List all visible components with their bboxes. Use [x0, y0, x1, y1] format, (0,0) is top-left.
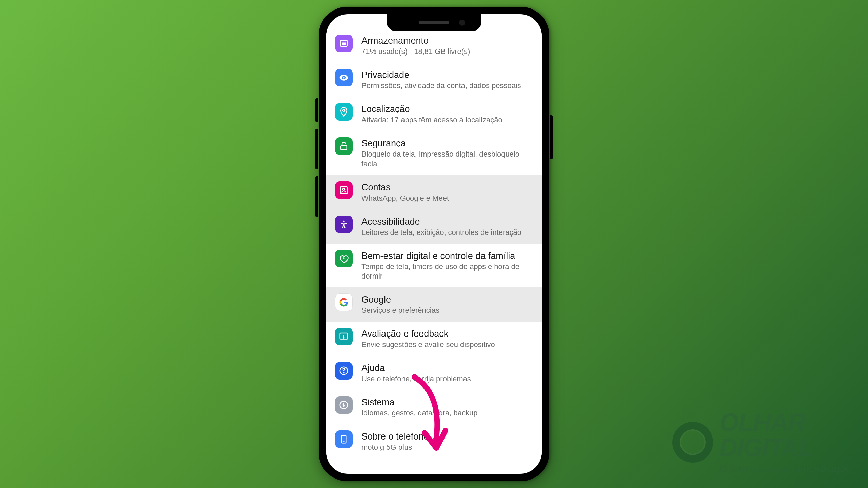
setting-item-security[interactable]: Segurança Bloqueio da tela, impressão di…	[326, 131, 542, 175]
setting-title: Ajuda	[361, 363, 533, 373]
setting-item-help[interactable]: Ajuda Use o telefone, corrija problemas	[326, 356, 542, 390]
setting-subtitle: Use o telefone, corrija problemas	[361, 374, 533, 384]
location-icon	[335, 103, 353, 121]
setting-item-text: Sistema Idiomas, gestos, data/hora, back…	[361, 396, 533, 418]
wellbeing-icon	[335, 250, 353, 267]
setting-title: Privacidade	[361, 69, 533, 80]
setting-item-text: Localização Ativada: 17 apps têm acesso …	[361, 103, 533, 125]
setting-title: Segurança	[361, 138, 533, 149]
setting-item-location[interactable]: Localização Ativada: 17 apps têm acesso …	[326, 97, 542, 131]
svg-point-14	[343, 372, 344, 373]
security-icon	[335, 137, 353, 155]
setting-subtitle: WhatsApp, Google e Meet	[361, 194, 533, 203]
brand-logo-circle	[672, 422, 713, 463]
speaker-grille	[419, 21, 449, 24]
settings-list[interactable]: Armazenamento 71% usado(s) - 18,81 GB li…	[326, 14, 542, 474]
system-icon	[335, 396, 353, 414]
setting-title: Contas	[361, 182, 533, 193]
accounts-icon	[335, 181, 353, 199]
setting-subtitle: Leitores de tela, exibição, controles de…	[361, 228, 533, 238]
phone-frame: Armazenamento 71% usado(s) - 18,81 GB li…	[319, 7, 549, 481]
setting-title: Localização	[361, 104, 533, 115]
phone-screen: Armazenamento 71% usado(s) - 18,81 GB li…	[326, 14, 542, 474]
setting-item-text: Acessibilidade Leitores de tela, exibiçã…	[361, 216, 533, 238]
privacy-icon	[335, 69, 353, 86]
setting-subtitle: moto g 5G plus	[361, 443, 533, 452]
setting-item-about[interactable]: Sobre o telefone moto g 5G plus	[326, 424, 542, 459]
setting-item-text: Google Serviços e preferências	[361, 293, 533, 316]
setting-item-text: Privacidade Permissões, atividade da con…	[361, 69, 533, 91]
setting-item-text: Segurança Bloqueio da tela, impressão di…	[361, 137, 533, 169]
svg-point-7	[343, 188, 345, 190]
front-camera	[459, 20, 465, 26]
about-phone-icon	[335, 430, 353, 448]
google-icon	[335, 293, 353, 311]
setting-item-text: Avaliação e feedback Envie sugestões e a…	[361, 328, 533, 350]
setting-item-text: Contas WhatsApp, Google e Meet	[361, 181, 533, 203]
svg-point-4	[343, 109, 345, 111]
svg-point-8	[343, 220, 345, 222]
setting-item-text: Bem-estar digital e controle da família …	[361, 250, 533, 282]
setting-subtitle: 71% usado(s) - 18,81 GB livre(s)	[361, 47, 533, 57]
setting-title: Sobre o telefone	[361, 431, 533, 442]
setting-item-wellbeing[interactable]: Bem-estar digital e controle da família …	[326, 244, 542, 288]
setting-title: Bem-estar digital e controle da família	[361, 250, 533, 261]
svg-point-12	[343, 338, 344, 339]
feedback-icon	[335, 328, 353, 345]
brand-line-1: OLHAR	[719, 410, 848, 435]
setting-title: Avaliação e feedback	[361, 328, 533, 339]
setting-title: Sistema	[361, 397, 533, 408]
setting-item-accounts[interactable]: Contas WhatsApp, Google e Meet	[326, 175, 542, 209]
brand-line-2: DIGITAL	[719, 435, 848, 460]
accessibility-icon	[335, 216, 353, 233]
setting-item-text: Sobre o telefone moto g 5G plus	[361, 430, 533, 452]
setting-item-feedback[interactable]: Avaliação e feedback Envie sugestões e a…	[326, 322, 542, 356]
help-icon	[335, 362, 353, 380]
setting-title: Armazenamento	[361, 35, 533, 46]
setting-item-accessibility[interactable]: Acessibilidade Leitores de tela, exibiçã…	[326, 209, 542, 244]
svg-point-9	[343, 257, 345, 259]
setting-item-text: Ajuda Use o telefone, corrija problemas	[361, 362, 533, 384]
brand-logo: OLHAR DIGITAL O futuro passa primeiro aq…	[672, 410, 848, 474]
setting-subtitle: Idiomas, gestos, data/hora, backup	[361, 408, 533, 418]
setting-subtitle: Tempo de tela, timers de uso de apps e h…	[361, 262, 533, 281]
brand-tagline: O futuro passa primeiro aqui	[719, 463, 848, 474]
setting-item-system[interactable]: Sistema Idiomas, gestos, data/hora, back…	[326, 390, 542, 424]
setting-subtitle: Ativada: 17 apps têm acesso à localizaçã…	[361, 115, 533, 125]
svg-rect-5	[341, 146, 347, 150]
setting-subtitle: Serviços e preferências	[361, 306, 533, 316]
brand-logo-text: OLHAR DIGITAL	[719, 410, 848, 460]
storage-icon	[335, 35, 353, 52]
setting-subtitle: Permissões, atividade da conta, dados pe…	[361, 81, 533, 91]
phone-notch	[387, 14, 481, 31]
power-button	[550, 115, 553, 159]
setting-title: Google	[361, 294, 533, 305]
setting-item-google[interactable]: Google Serviços e preferências	[326, 287, 542, 322]
setting-item-text: Armazenamento 71% usado(s) - 18,81 GB li…	[361, 35, 533, 57]
setting-subtitle: Bloqueio da tela, impressão digital, des…	[361, 149, 533, 169]
setting-subtitle: Envie sugestões e avalie seu dispositivo	[361, 340, 533, 350]
setting-item-privacy[interactable]: Privacidade Permissões, atividade da con…	[326, 63, 542, 97]
setting-title: Acessibilidade	[361, 216, 533, 227]
setting-item-storage[interactable]: Armazenamento 71% usado(s) - 18,81 GB li…	[326, 28, 542, 63]
